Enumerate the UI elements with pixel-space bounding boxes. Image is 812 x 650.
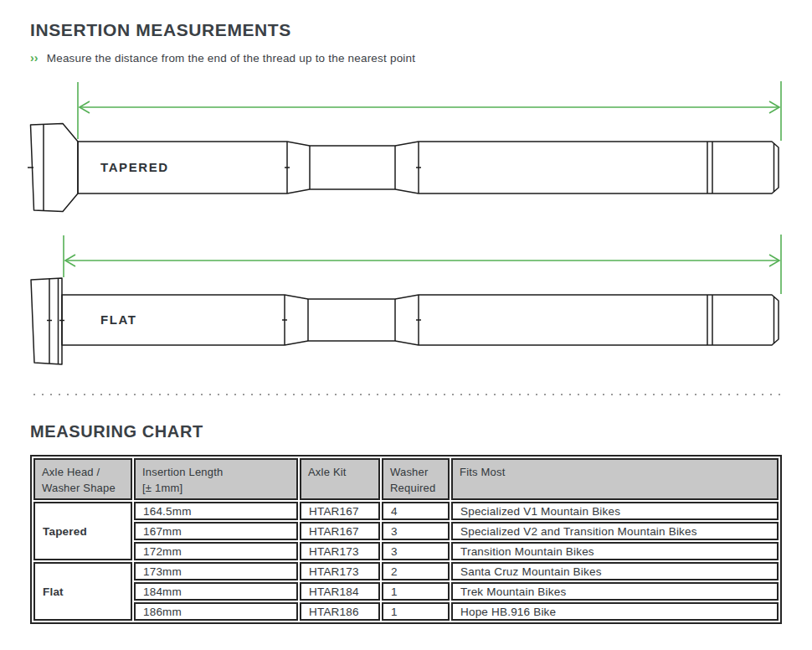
cell-insertion-length: 172mm: [134, 542, 298, 560]
cell-axle-kit: HTAR173: [300, 542, 380, 560]
cell-fits-most: Hope HB.916 Bike: [451, 602, 779, 621]
cell-washer-required: 4: [382, 502, 450, 520]
table-row: 186mm HTAR186 1 Hope HB.916 Bike: [33, 602, 779, 621]
flat-axle-drawing: [31, 278, 779, 364]
cell-axle-kit: HTAR173: [300, 562, 380, 580]
table-row: Flat 173mm HTAR173 2 Santa Cruz Mountain…: [33, 562, 779, 580]
group-cell-flat: Flat: [33, 562, 132, 621]
cell-insertion-length: 184mm: [134, 582, 298, 601]
col-header-insertion-length: Insertion Length [± 1mm]: [134, 458, 298, 500]
table-row: 167mm HTAR167 3 Specialized V2 and Trans…: [33, 522, 779, 540]
group-cell-tapered: Tapered: [33, 502, 132, 560]
cell-washer-required: 3: [382, 542, 450, 560]
cell-fits-most: Specialized V1 Mountain Bikes: [451, 502, 779, 520]
cell-washer-required: 3: [382, 522, 450, 540]
measuring-chart-table: Axle Head / Washer Shape Insertion Lengt…: [30, 455, 782, 624]
cell-fits-most: Trek Mountain Bikes: [451, 582, 779, 601]
cell-insertion-length: 167mm: [134, 522, 298, 540]
measuring-chart-title: MEASURING CHART: [30, 422, 203, 441]
cell-insertion-length: 173mm: [134, 562, 298, 580]
cell-insertion-length: 164.5mm: [134, 502, 298, 520]
axle-diagrams: TAPERED: [0, 0, 812, 394]
flat-measurement-arrow: [64, 235, 781, 294]
table-row: 172mm HTAR173 3 Transition Mountain Bike…: [33, 542, 779, 560]
cell-washer-required: 1: [382, 602, 450, 621]
cell-fits-most: Transition Mountain Bikes: [451, 542, 779, 560]
cell-fits-most: Specialized V2 and Transition Mountain B…: [451, 522, 779, 540]
col-header-axle-kit: Axle Kit: [300, 458, 380, 500]
cell-insertion-length: 186mm: [134, 602, 298, 621]
cell-washer-required: 1: [382, 582, 450, 601]
table-row: 184mm HTAR184 1 Trek Mountain Bikes: [33, 582, 779, 601]
tapered-measurement-arrow: [78, 81, 781, 141]
cell-axle-kit: HTAR167: [300, 502, 380, 520]
tapered-label: TAPERED: [100, 160, 169, 174]
cell-axle-kit: HTAR167: [300, 522, 380, 540]
table-row: Tapered 164.5mm HTAR167 4 Specialized V1…: [33, 502, 779, 520]
flat-label: FLAT: [100, 312, 137, 327]
col-header-axle-head: Axle Head / Washer Shape: [33, 458, 132, 500]
cell-axle-kit: HTAR184: [300, 582, 380, 601]
col-header-fits-most: Fits Most: [451, 458, 779, 500]
cell-washer-required: 2: [382, 562, 450, 580]
dotted-divider: [30, 393, 782, 396]
cell-axle-kit: HTAR186: [300, 602, 380, 621]
cell-fits-most: Santa Cruz Mountain Bikes: [451, 562, 779, 580]
table-header-row: Axle Head / Washer Shape Insertion Lengt…: [33, 458, 779, 500]
col-header-washer-required: Washer Required: [382, 458, 450, 500]
insertion-measurements-page: INSERTION MEASUREMENTS ››Measure the dis…: [0, 0, 812, 650]
